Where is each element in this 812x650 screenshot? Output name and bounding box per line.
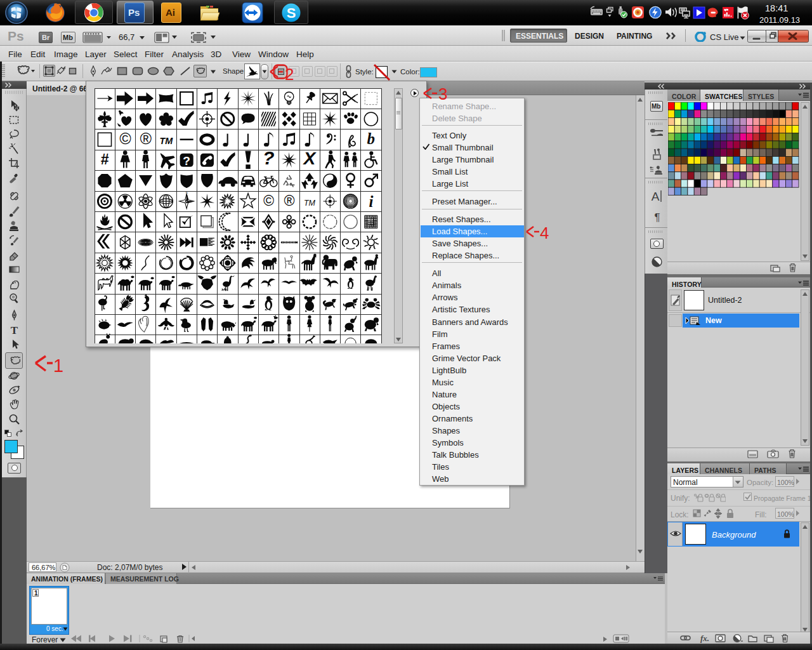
svg-text:4: 4 — [540, 223, 549, 242]
svg-text:1: 1 — [53, 355, 63, 376]
svg-text:3: 3 — [438, 84, 447, 103]
svg-text:2: 2 — [285, 65, 294, 84]
